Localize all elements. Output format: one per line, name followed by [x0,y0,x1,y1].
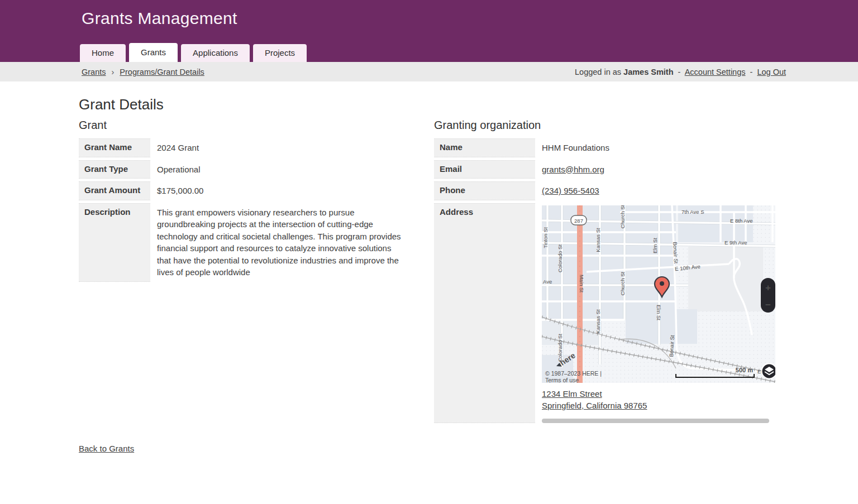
row-label: Grant Amount [79,181,150,200]
svg-text:287: 287 [574,217,583,223]
org-address-row: Address [434,203,780,423]
phone-link[interactable]: (234) 956-5403 [542,186,599,195]
tab-grants[interactable]: Grants [129,43,178,62]
account-settings-link[interactable]: Account Settings [685,68,746,76]
address-map[interactable]: 7th Ave S E 8th Ave E 9th Ave E 10th Ave… [542,205,775,383]
row-value: Operational [150,160,201,179]
map-zoom-controls: + − [761,278,775,313]
zoom-out-button[interactable]: − [765,300,771,310]
org-email-row: Email grants@hhm.org [434,160,780,179]
row-label: Description [79,203,150,282]
breadcrumb-bar: Grants›Programs/Grant Details Logged in … [0,62,858,81]
row-label: Address [434,203,535,423]
breadcrumb-grants-link[interactable]: Grants [82,68,106,76]
street-label: Colorado St [557,244,563,272]
street-label: E 9th Ave [724,239,747,246]
street-label: Church St [619,271,626,295]
address-value: 7th Ave S E 8th Ave E 9th Ave E 10th Ave… [535,203,775,423]
street-label: Bonair St [672,242,679,264]
address-links: 1234 Elm Street Springfield, California … [542,388,775,412]
email-link[interactable]: grants@hhm.org [542,165,604,174]
row-label: Email [434,160,535,179]
street-label: Kansas St [595,309,601,333]
row-value: $175,000.00 [150,181,203,200]
user-bar: Logged in as James Smith - Account Setti… [575,68,786,76]
address-city-link[interactable]: Springfield, California 98765 [542,400,647,412]
separator-dash: - [678,68,681,76]
row-value: HHM Foundations [535,138,609,157]
user-name: James Smith [623,68,673,76]
grant-section: Grant Grant Name 2024 Grant Grant Type O… [79,119,414,285]
granting-org-section: Granting organization Name HHM Foundatio… [434,119,780,426]
log-out-link[interactable]: Log Out [757,68,786,76]
row-label: Name [434,138,535,157]
org-section-heading: Granting organization [434,119,780,132]
street-label: Elm St [656,305,662,320]
horizontal-scrollbar[interactable] [542,419,769,423]
org-name-row: Name HHM Foundations [434,138,780,157]
street-label: Kansas St [595,227,601,252]
row-value: 2024 Grant [150,138,199,157]
grant-type-row: Grant Type Operational [79,160,414,179]
separator-dash: - [750,68,753,76]
street-label: Bonair St [668,334,675,357]
grant-description-row: Description This grant empowers visionar… [79,203,414,282]
street-label: E 8th Ave [730,218,753,224]
row-value: (234) 956-5403 [535,181,599,200]
terms-of-use-link[interactable]: Terms of use [545,376,579,383]
main-content: Grant Details Grant Grant Name 2024 Gran… [0,81,858,476]
org-phone-row: Phone (234) 956-5403 [434,181,780,200]
street-label: Main St [579,274,585,292]
street-label: Church St [619,205,626,228]
street-label: 7th Ave S [681,209,704,215]
highway-shield-287: 287 [571,215,587,225]
street-label: Elm St [652,237,658,253]
app-header: Grants Management Home Grants Applicatio… [0,0,858,62]
tab-projects[interactable]: Projects [253,44,307,62]
breadcrumb-separator: › [112,68,115,76]
address-street-link[interactable]: 1234 Elm Street [542,388,602,400]
street-label: Tinton St [542,227,549,248]
row-label: Grant Name [79,138,150,157]
row-label: Grant Type [79,160,150,179]
app-title: Grants Management [0,0,858,28]
row-value: grants@hhm.org [535,160,604,179]
tab-applications[interactable]: Applications [181,44,250,62]
breadcrumb: Grants›Programs/Grant Details [82,68,204,76]
tab-home[interactable]: Home [80,44,126,62]
detail-columns: Grant Grant Name 2024 Grant Grant Type O… [79,119,858,426]
row-value: This grant empowers visionary researcher… [150,203,406,282]
grant-amount-row: Grant Amount $175,000.00 [79,181,414,200]
page-title: Grant Details [79,96,858,113]
grant-section-heading: Grant [79,119,414,132]
main-tabs: Home Grants Applications Projects [80,43,307,62]
svg-text:© 1987–2023 HERE |: © 1987–2023 HERE | [545,370,602,377]
row-label: Phone [434,181,535,200]
zoom-in-button[interactable]: + [765,282,771,293]
logged-in-prefix: Logged in as [575,68,621,76]
back-to-grants-link[interactable]: Back to Grants [79,444,134,453]
breadcrumb-current-link[interactable]: Programs/Grant Details [120,68,204,76]
layers-button[interactable] [762,363,776,378]
street-label: Ave [543,279,552,285]
grant-name-row: Grant Name 2024 Grant [79,138,414,157]
svg-text:500 m: 500 m [736,367,753,373]
